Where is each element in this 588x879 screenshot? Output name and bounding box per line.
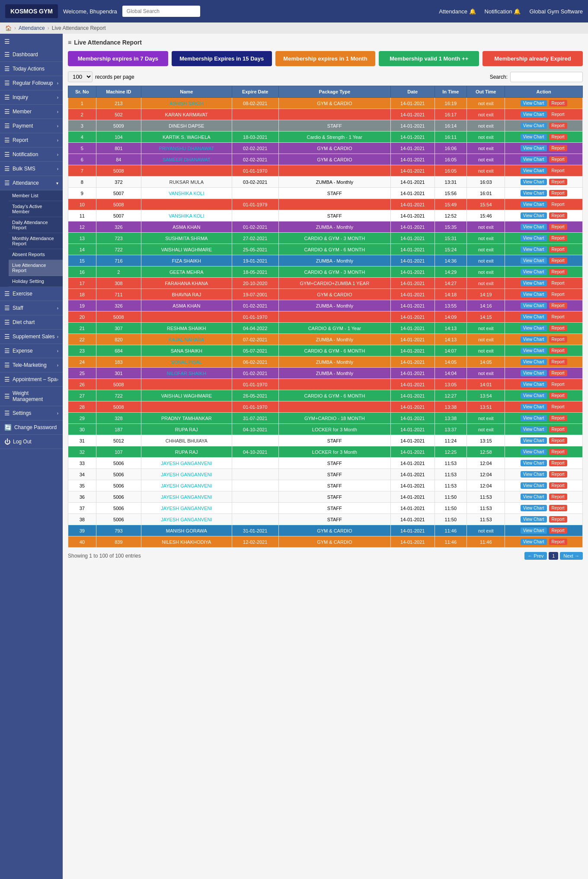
report-button[interactable]: Report [549, 381, 567, 388]
search-table-input[interactable] [510, 72, 583, 82]
view-chart-button[interactable]: View Chart [521, 359, 547, 365]
report-button[interactable]: Report [549, 269, 567, 275]
sidebar-item-inquiry[interactable]: ☰ Inquiry › [0, 90, 63, 105]
view-chart-button[interactable]: View Chart [521, 314, 547, 320]
view-chart-button[interactable]: View Chart [521, 471, 547, 478]
report-button[interactable]: Report [549, 122, 567, 129]
report-button[interactable]: Report [549, 156, 567, 163]
report-button[interactable]: Report [549, 415, 567, 421]
sidebar-item-todays-active-member[interactable]: Today's Active Member [9, 201, 63, 217]
view-chart-button[interactable]: View Chart [521, 516, 547, 523]
sidebar-item-monthly-attendance-report[interactable]: Monthly Attendance Report [9, 233, 63, 249]
records-select-input[interactable]: 100 25 50 [68, 71, 93, 82]
view-chart-button[interactable]: View Chart [521, 111, 547, 118]
view-chart-button[interactable]: View Chart [521, 179, 547, 185]
sidebar-item-regular-followup[interactable]: ☰ Regular Followup › [0, 76, 63, 90]
report-button[interactable]: Report [549, 134, 567, 140]
report-button[interactable]: Report [549, 201, 567, 208]
report-button[interactable]: Report [549, 347, 567, 354]
sidebar-item-bulk-sms[interactable]: ☰ Bulk SMS › [0, 162, 63, 176]
view-chart-button[interactable]: View Chart [521, 134, 547, 140]
sidebar-toggle[interactable]: ☰ [0, 35, 63, 48]
view-chart-button[interactable]: View Chart [521, 539, 547, 545]
home-icon[interactable]: 🏠 [5, 25, 12, 31]
sidebar-item-attendance[interactable]: ☰ Attendance ▾ [0, 176, 63, 190]
report-button[interactable]: Report [549, 482, 567, 489]
view-chart-button[interactable]: View Chart [521, 280, 547, 286]
page-1-button[interactable]: 1 [549, 552, 558, 560]
report-button[interactable]: Report [549, 539, 567, 545]
view-chart-button[interactable]: View Chart [521, 190, 547, 196]
view-chart-button[interactable]: View Chart [521, 449, 547, 455]
report-button[interactable]: Report [549, 167, 567, 174]
view-chart-button[interactable]: View Chart [521, 302, 547, 309]
prev-page-button[interactable]: ← Prev [524, 552, 547, 560]
view-chart-button[interactable]: View Chart [521, 325, 547, 331]
report-button[interactable]: Report [549, 336, 567, 343]
view-chart-button[interactable]: View Chart [521, 156, 547, 163]
view-chart-button[interactable]: View Chart [521, 145, 547, 151]
attendance-link[interactable]: Attendance 🔔 [439, 8, 476, 15]
sidebar-item-appointment-spa[interactable]: ☰ Appointment – Spa › [0, 372, 63, 387]
view-chart-button[interactable]: View Chart [521, 122, 547, 129]
report-button[interactable]: Report [549, 302, 567, 309]
report-button[interactable]: Report [549, 516, 567, 523]
view-chart-button[interactable]: View Chart [521, 224, 547, 230]
view-chart-button[interactable]: View Chart [521, 527, 547, 534]
notification-link[interactable]: Notification 🔔 [485, 8, 521, 15]
view-chart-button[interactable]: View Chart [521, 235, 547, 241]
view-chart-button[interactable]: View Chart [521, 381, 547, 388]
sidebar-item-member[interactable]: ☰ Member › [0, 105, 63, 119]
report-button[interactable]: Report [549, 314, 567, 320]
view-chart-button[interactable]: View Chart [521, 201, 547, 208]
report-button[interactable]: Report [549, 404, 567, 410]
sidebar-item-diet-chart[interactable]: ☰ Diet chart [0, 315, 63, 330]
view-chart-button[interactable]: View Chart [521, 426, 547, 433]
view-chart-button[interactable]: View Chart [521, 460, 547, 466]
sidebar-item-staff[interactable]: ☰ Staff › [0, 301, 63, 315]
sidebar-item-tele-marketing[interactable]: ☰ Tele-Marketing › [0, 358, 63, 372]
report-button[interactable]: Report [549, 224, 567, 230]
report-button[interactable]: Report [549, 291, 567, 298]
sidebar-item-daily-attendance-report[interactable]: Daily Attendance Report [9, 217, 63, 233]
report-button[interactable]: Report [549, 359, 567, 365]
report-button[interactable]: Report [549, 179, 567, 185]
report-button[interactable]: Report [549, 392, 567, 399]
sidebar-item-dashboard[interactable]: ☰ Dashboard [0, 48, 63, 62]
sidebar-item-expense[interactable]: ☰ Expense › [0, 344, 63, 358]
view-chart-button[interactable]: View Chart [521, 392, 547, 399]
report-button[interactable]: Report [549, 449, 567, 455]
report-button[interactable]: Report [549, 494, 567, 500]
sidebar-item-change-password[interactable]: 🔄 Change Password [0, 420, 63, 435]
report-button[interactable]: Report [549, 257, 567, 264]
sidebar-item-supplement-sales[interactable]: ☰ Supplement Sales › [0, 330, 63, 344]
report-button[interactable]: Report [549, 325, 567, 331]
view-chart-button[interactable]: View Chart [521, 494, 547, 500]
report-button[interactable]: Report [549, 471, 567, 478]
report-button[interactable]: Report [549, 145, 567, 151]
search-input[interactable] [122, 6, 200, 17]
report-button[interactable]: Report [549, 370, 567, 376]
sidebar-item-log-out[interactable]: ⏻ Log Out [0, 435, 63, 449]
sidebar-item-today-actions[interactable]: ☰ Today Actions [0, 62, 63, 76]
report-button[interactable]: Report [549, 527, 567, 534]
report-button[interactable]: Report [549, 505, 567, 511]
view-chart-button[interactable]: View Chart [521, 336, 547, 343]
sidebar-item-payment[interactable]: ☰ Payment › [0, 119, 63, 133]
sidebar-item-weight-management[interactable]: ☰ Weight Management [0, 387, 63, 406]
breadcrumb-attendance[interactable]: Attendance [19, 25, 45, 31]
report-button[interactable]: Report [549, 212, 567, 219]
view-chart-button[interactable]: View Chart [521, 415, 547, 421]
report-button[interactable]: Report [549, 111, 567, 118]
sidebar-item-exercise[interactable]: ☰ Exercise [0, 287, 63, 301]
report-button[interactable]: Report [549, 190, 567, 196]
sidebar-item-absent-reports[interactable]: Absent Reports [9, 249, 63, 260]
report-button[interactable]: Report [549, 280, 567, 286]
sidebar-item-report[interactable]: ☰ Report › [0, 133, 63, 148]
report-button[interactable]: Report [549, 246, 567, 253]
report-button[interactable]: Report [549, 100, 567, 106]
view-chart-button[interactable]: View Chart [521, 269, 547, 275]
report-button[interactable]: Report [549, 426, 567, 433]
sidebar-item-notification[interactable]: ☰ Notification › [0, 148, 63, 162]
next-page-button[interactable]: Next → [560, 552, 583, 560]
